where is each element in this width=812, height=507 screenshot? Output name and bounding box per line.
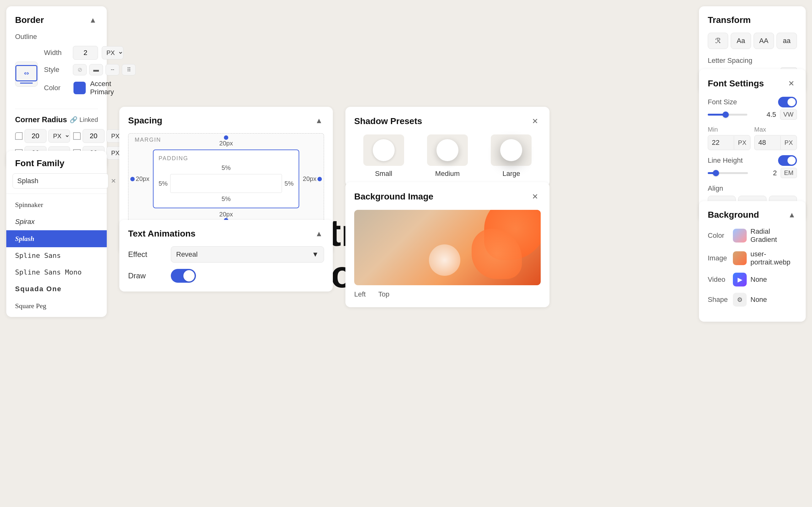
font-clear-button[interactable]: ✕ bbox=[111, 177, 116, 185]
text-animations-panel: Text Animations ▲ Effect Reveal ▼ Draw bbox=[119, 220, 333, 291]
border-panel: Border ▲ Outline ⇔ Width PX Style bbox=[6, 6, 107, 169]
close-font-settings-button[interactable]: ✕ bbox=[786, 78, 797, 89]
bg-video-thumb[interactable]: ▶ bbox=[733, 273, 747, 286]
min-unit[interactable]: PX bbox=[734, 136, 750, 150]
bg-color-swatch[interactable] bbox=[733, 229, 747, 242]
max-label: Max bbox=[754, 126, 797, 133]
font-size-thumb[interactable] bbox=[723, 112, 729, 118]
bg-top-label: Top bbox=[378, 290, 389, 298]
bg-position-row: Left Top bbox=[354, 290, 541, 298]
font-size-slider-row: 4.5 VW bbox=[708, 109, 797, 120]
style-dotted-button[interactable]: ⠿ bbox=[122, 64, 136, 75]
corner-tl-input[interactable] bbox=[24, 129, 47, 143]
transform-options: ℛ Aa AA aa bbox=[708, 33, 797, 49]
max-unit[interactable]: PX bbox=[780, 136, 797, 150]
line-height-value: 2 bbox=[752, 169, 777, 177]
line-height-toggle[interactable] bbox=[778, 155, 797, 166]
transform-title: Transform bbox=[708, 15, 751, 25]
style-solid-button[interactable]: ▬ bbox=[89, 64, 103, 75]
font-item-spline-sans-mono[interactable]: Spline Sans Mono bbox=[6, 264, 107, 281]
corner-tl-icon bbox=[15, 132, 22, 140]
margin-bottom-value: 20px bbox=[135, 211, 317, 218]
background-video-row: Video ▶ None bbox=[708, 273, 797, 286]
shadow-presets-title: Shadow Presets bbox=[354, 116, 422, 126]
corner-tl-unit[interactable]: PX bbox=[48, 129, 70, 143]
style-dashed-button[interactable]: ╌ bbox=[106, 64, 119, 75]
width-unit-select[interactable]: PX bbox=[102, 46, 123, 59]
collapse-border-button[interactable]: ▲ bbox=[88, 15, 98, 25]
font-search-input[interactable] bbox=[12, 173, 108, 188]
margin-left-value: 20px bbox=[135, 175, 150, 182]
style-label: Style bbox=[44, 66, 69, 74]
min-value[interactable]: 22 bbox=[708, 135, 734, 150]
font-settings-panel: Font Settings ✕ Font Size 4.5 VW Min 22 … bbox=[699, 69, 806, 221]
color-name: Accent Primary bbox=[90, 80, 136, 96]
shadow-presets-list: Small Medium Large bbox=[354, 134, 541, 178]
close-shadow-presets-button[interactable]: ✕ bbox=[529, 116, 541, 127]
shadow-preset-small[interactable]: Small bbox=[354, 134, 413, 178]
style-none-button[interactable]: ⊘ bbox=[73, 64, 87, 75]
bg-circle bbox=[429, 244, 460, 276]
margin-right-value: 20px bbox=[302, 175, 317, 182]
letter-spacing-label: Letter Spacing bbox=[708, 57, 797, 65]
margin-top-handle[interactable] bbox=[224, 135, 228, 140]
outline-arrows-icon: ⇔ bbox=[24, 69, 29, 77]
margin-left-handle[interactable] bbox=[130, 177, 135, 181]
padding-box: PADDING 5% 5% 5% 5% bbox=[153, 150, 299, 208]
font-item-squada-one[interactable]: Squada One bbox=[6, 281, 107, 297]
draw-toggle[interactable] bbox=[171, 269, 196, 283]
collapse-background-button[interactable]: ▲ bbox=[787, 210, 797, 220]
max-value[interactable]: 48 bbox=[755, 135, 780, 150]
linked-button[interactable]: 🔗 Linked bbox=[70, 116, 98, 123]
font-item-spinnaker[interactable]: Spinnaker bbox=[6, 196, 107, 213]
width-input[interactable] bbox=[73, 46, 98, 60]
bg-shape-label: Shape bbox=[708, 296, 733, 304]
line-height-thumb[interactable] bbox=[713, 170, 719, 176]
transform-titlecase-button[interactable]: Aa bbox=[731, 33, 751, 49]
corner-tr-input[interactable] bbox=[82, 129, 105, 143]
shadow-medium-label: Medium bbox=[435, 170, 460, 178]
effect-select[interactable]: Reveal ▼ bbox=[171, 246, 324, 263]
transform-italic-button[interactable]: ℛ bbox=[708, 33, 728, 49]
linked-label: Linked bbox=[79, 116, 98, 123]
font-item-spline-sans[interactable]: Spline Sans bbox=[6, 247, 107, 264]
padding-top-value: 5% bbox=[159, 164, 294, 171]
background-image-row: Image user-portrait.webp bbox=[708, 250, 797, 266]
line-height-slider[interactable] bbox=[708, 172, 748, 174]
font-item-splash[interactable]: Splash bbox=[6, 230, 107, 247]
background-image-title: Background Image bbox=[354, 191, 433, 202]
transform-uppercase-button[interactable]: AA bbox=[754, 33, 774, 49]
line-height-unit[interactable]: EM bbox=[780, 168, 797, 178]
margin-right-handle[interactable] bbox=[317, 177, 322, 181]
bg-shape-thumb[interactable]: ⚙ bbox=[733, 293, 747, 306]
color-swatch[interactable] bbox=[73, 82, 86, 94]
collapse-spacing-button[interactable]: ▲ bbox=[314, 116, 324, 126]
padding-left-value: 5% bbox=[159, 180, 168, 187]
font-size-unit[interactable]: VW bbox=[780, 109, 797, 120]
bg-image-label: Image bbox=[708, 254, 733, 262]
font-size-slider[interactable] bbox=[708, 114, 747, 116]
bg-color-label: Color bbox=[708, 231, 733, 240]
outline-bottom-line bbox=[20, 82, 33, 83]
font-item-spirax[interactable]: Spirax bbox=[6, 213, 107, 230]
background-shape-row: Shape ⚙ None bbox=[708, 293, 797, 306]
font-size-toggle[interactable] bbox=[778, 97, 797, 107]
line-height-label: Line Height bbox=[708, 157, 743, 165]
collapse-text-anim-button[interactable]: ▲ bbox=[314, 229, 324, 239]
bg-image-thumb[interactable] bbox=[733, 251, 747, 265]
transform-lowercase-button[interactable]: aa bbox=[776, 33, 797, 49]
effect-value: Reveal bbox=[176, 250, 197, 259]
font-size-label: Font Size bbox=[708, 98, 737, 106]
shadow-preset-medium[interactable]: Medium bbox=[418, 134, 477, 178]
background-color-row: Color Radial Gradient bbox=[708, 227, 797, 244]
bg-image-value: user-portrait.webp bbox=[750, 250, 797, 266]
divider bbox=[15, 109, 98, 109]
shadow-small-preview bbox=[373, 139, 395, 161]
close-background-image-button[interactable]: ✕ bbox=[529, 191, 541, 202]
text-animations-title: Text Animations bbox=[128, 229, 196, 239]
color-label: Color bbox=[44, 84, 69, 92]
bg-left-label: Left bbox=[354, 290, 366, 298]
font-item-square-peg[interactable]: Square Peg bbox=[6, 297, 107, 315]
shadow-preset-large[interactable]: Large bbox=[482, 134, 541, 178]
margin-top-value: 20px bbox=[135, 140, 317, 147]
